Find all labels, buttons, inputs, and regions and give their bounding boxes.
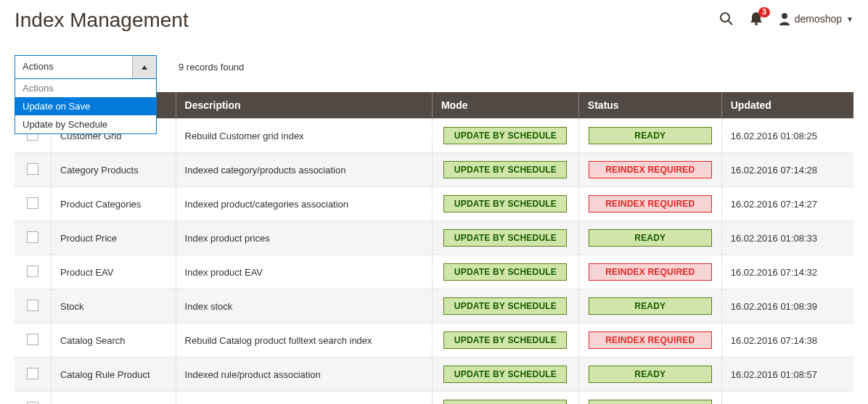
notification-badge: 3	[758, 7, 770, 17]
actions-menu: ActionsUpdate on SaveUpdate by Schedule	[15, 79, 157, 134]
cell-description: Indexed rule/product association	[176, 358, 432, 392]
cell-description: Indexed category/products association	[176, 153, 432, 187]
cell-indexer: Product Price	[51, 221, 176, 255]
caret-down-icon: ▼	[846, 15, 853, 23]
cell-updated: 16.02.2016 07:14:27	[721, 187, 853, 221]
user-icon	[779, 12, 790, 25]
header-description[interactable]: Description	[176, 92, 432, 119]
table-row: Product EAVIndex product EAVUPDATE BY SC…	[15, 255, 853, 289]
cell-description: Indexed product/categories association	[176, 187, 432, 221]
cell-indexer: Catalog Product Rule	[51, 392, 176, 405]
svg-point-3	[782, 13, 787, 19]
row-checkbox[interactable]	[27, 368, 38, 379]
status-badge: READY	[589, 127, 712, 144]
page-title: Index Management	[15, 9, 189, 32]
status-badge: REINDEX REQUIRED	[589, 161, 712, 178]
cell-description: Index product EAV	[176, 255, 432, 289]
status-badge: READY	[589, 400, 712, 404]
cell-indexer: Category Products	[51, 153, 176, 187]
row-checkbox[interactable]	[27, 231, 38, 243]
username: demoshop	[795, 13, 842, 25]
row-checkbox[interactable]	[27, 402, 38, 405]
actions-option[interactable]: Update on Save	[15, 97, 156, 115]
records-count: 9 records found	[179, 62, 244, 73]
toolbar: Actions ActionsUpdate on SaveUpdate by S…	[15, 55, 853, 79]
table-body: Customer GridRebuild Customer grid index…	[15, 119, 853, 405]
mode-badge: UPDATE BY SCHEDULE	[443, 263, 567, 281]
chevron-up-icon	[132, 56, 156, 78]
table-row: StockIndex stockUPDATE BY SCHEDULEREADY1…	[15, 289, 853, 323]
table-row: Product PriceIndex product pricesUPDATE …	[15, 221, 853, 255]
cell-updated: 16.02.2016 01:09:06	[721, 392, 853, 405]
header-status[interactable]: Status	[578, 92, 721, 119]
cell-updated: 16.02.2016 01:08:33	[721, 221, 853, 255]
svg-point-2	[755, 22, 758, 25]
cell-description: Index product prices	[176, 221, 432, 255]
svg-point-0	[721, 13, 729, 22]
cell-description: Index stock	[176, 289, 432, 323]
cell-updated: 16.02.2016 01:08:39	[721, 289, 853, 323]
actions-dropdown[interactable]: Actions ActionsUpdate on SaveUpdate by S…	[15, 55, 157, 79]
cell-updated: 16.02.2016 01:08:57	[721, 358, 853, 392]
header-mode[interactable]: Mode	[432, 92, 578, 119]
mode-badge: UPDATE BY SCHEDULE	[443, 161, 567, 178]
actions-option[interactable]: Actions	[15, 79, 156, 97]
cell-updated: 16.02.2016 07:14:38	[721, 323, 853, 358]
index-table: Indexer Description Mode Status Updated …	[15, 92, 853, 404]
row-checkbox[interactable]	[27, 163, 38, 175]
status-badge: READY	[589, 297, 712, 315]
status-badge: READY	[589, 366, 712, 383]
row-checkbox[interactable]	[27, 334, 38, 345]
status-badge: REINDEX REQUIRED	[589, 263, 712, 281]
cell-indexer: Stock	[51, 289, 176, 323]
mode-badge: UPDATE BY SCHEDULE	[443, 366, 567, 383]
cell-indexer: Catalog Search	[51, 323, 176, 358]
header-updated[interactable]: Updated	[721, 92, 853, 119]
table-row: Catalog Product RuleIndexed product/rule…	[15, 392, 853, 405]
table-row: Category ProductsIndexed category/produc…	[15, 153, 853, 187]
cell-indexer: Product Categories	[51, 187, 176, 221]
cell-description: Indexed product/rule association	[176, 392, 432, 405]
notifications-icon[interactable]: 3	[750, 12, 763, 26]
cell-updated: 16.02.2016 07:14:32	[721, 255, 853, 289]
mode-badge: UPDATE BY SCHEDULE	[443, 297, 567, 315]
row-checkbox[interactable]	[27, 300, 38, 311]
header-actions: 3 demoshop ▼	[719, 12, 853, 26]
mode-badge: UPDATE BY SCHEDULE	[443, 195, 567, 213]
status-badge: REINDEX REQUIRED	[589, 195, 712, 213]
table-row: Catalog Rule ProductIndexed rule/product…	[15, 358, 853, 392]
cell-updated: 16.02.2016 07:14:28	[721, 153, 853, 187]
user-menu[interactable]: demoshop ▼	[779, 12, 853, 25]
status-badge: REINDEX REQUIRED	[589, 331, 712, 349]
cell-updated: 16.02.2016 01:08:25	[721, 119, 853, 153]
mode-badge: UPDATE BY SCHEDULE	[443, 331, 567, 349]
page-header: Index Management 3 demoshop ▼	[15, 9, 853, 32]
mode-badge: UPDATE BY SCHEDULE	[443, 400, 567, 404]
actions-label: Actions	[15, 56, 132, 78]
table-row: Catalog SearchRebuild Catalog product fu…	[15, 323, 853, 358]
mode-badge: UPDATE BY SCHEDULE	[443, 229, 567, 247]
row-checkbox[interactable]	[27, 265, 38, 277]
status-badge: READY	[589, 229, 712, 247]
svg-line-1	[729, 21, 732, 25]
row-checkbox[interactable]	[27, 197, 38, 209]
cell-indexer: Catalog Rule Product	[51, 358, 176, 392]
table-row: Product CategoriesIndexed product/catego…	[15, 187, 853, 221]
cell-indexer: Product EAV	[51, 255, 176, 289]
search-icon[interactable]	[719, 12, 734, 26]
actions-toggle[interactable]: Actions	[15, 55, 157, 79]
mode-badge: UPDATE BY SCHEDULE	[443, 127, 567, 144]
actions-option[interactable]: Update by Schedule	[15, 115, 156, 133]
cell-description: Rebuild Customer grid index	[176, 119, 432, 153]
cell-description: Rebuild Catalog product fulltext search …	[176, 323, 432, 358]
